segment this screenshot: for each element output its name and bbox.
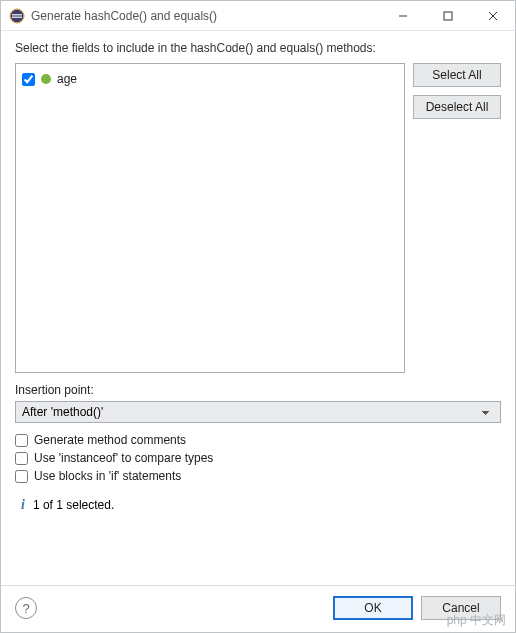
list-item[interactable]: age [22, 70, 398, 88]
maximize-button[interactable] [425, 1, 470, 30]
cancel-button[interactable]: Cancel [421, 596, 501, 620]
dialog-footer: ? OK Cancel [1, 585, 515, 632]
dialog-content: Select the fields to include in the hash… [1, 31, 515, 585]
checkbox-use-blocks[interactable] [15, 470, 28, 483]
select-all-button[interactable]: Select All [413, 63, 501, 87]
titlebar: Generate hashCode() and equals() [1, 1, 515, 31]
side-buttons: Select All Deselect All [413, 63, 501, 373]
field-checkbox[interactable] [22, 73, 35, 86]
checkbox-generate-comments[interactable] [15, 434, 28, 447]
instruction-text: Select the fields to include in the hash… [15, 41, 501, 55]
status-text: 1 of 1 selected. [33, 498, 114, 512]
field-icon [41, 74, 51, 84]
field-list[interactable]: age [15, 63, 405, 373]
minimize-button[interactable] [380, 1, 425, 30]
window-controls [380, 1, 515, 30]
field-label: age [57, 72, 77, 86]
close-button[interactable] [470, 1, 515, 30]
deselect-all-button[interactable]: Deselect All [413, 95, 501, 119]
option-label: Use blocks in 'if' statements [34, 469, 181, 483]
fields-area: age Select All Deselect All [15, 63, 501, 373]
insertion-point-select[interactable]: After 'method()' [15, 401, 501, 423]
help-button[interactable]: ? [15, 597, 37, 619]
checkbox-use-instanceof[interactable] [15, 452, 28, 465]
help-icon: ? [22, 601, 29, 616]
dialog-window: Generate hashCode() and equals() Select … [0, 0, 516, 633]
ok-button[interactable]: OK [333, 596, 413, 620]
option-use-instanceof[interactable]: Use 'instanceof' to compare types [15, 451, 501, 465]
option-label: Generate method comments [34, 433, 186, 447]
option-generate-comments[interactable]: Generate method comments [15, 433, 501, 447]
footer-buttons: OK Cancel [333, 596, 501, 620]
option-label: Use 'instanceof' to compare types [34, 451, 213, 465]
status-row: i 1 of 1 selected. [15, 497, 501, 513]
window-title: Generate hashCode() and equals() [31, 9, 380, 23]
svg-rect-3 [444, 12, 452, 20]
eclipse-icon [9, 8, 25, 24]
info-icon: i [15, 497, 25, 513]
insertion-point-label: Insertion point: [15, 383, 501, 397]
option-use-blocks[interactable]: Use blocks in 'if' statements [15, 469, 501, 483]
